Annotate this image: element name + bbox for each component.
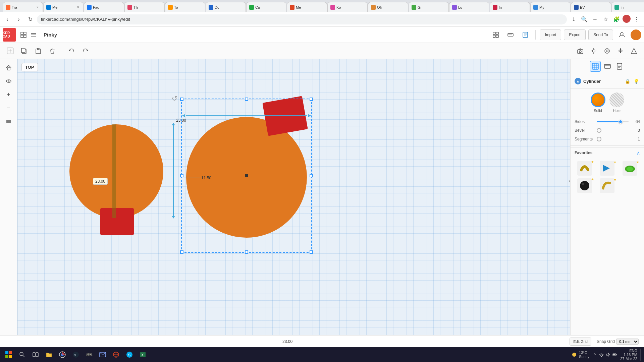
menu-icon[interactable]: ⋮	[632, 15, 641, 24]
tab-12[interactable]: Lo	[449, 2, 489, 12]
bevel-radio[interactable]	[597, 128, 601, 133]
camera-icon[interactable]	[574, 45, 586, 57]
tab-8[interactable]: Me	[287, 2, 327, 12]
main-area: + − TOP	[0, 59, 644, 335]
zoom-out-button[interactable]: −	[3, 102, 15, 114]
copy-button[interactable]	[18, 45, 30, 57]
zoom-in-button[interactable]: +	[3, 88, 15, 101]
snap-select[interactable]: 0.1 mm 0.5 mm 1 mm	[616, 339, 639, 345]
import-button[interactable]: Import	[540, 29, 561, 40]
list-view-button[interactable]	[29, 30, 38, 40]
bulb-icon[interactable]: 💡	[633, 77, 640, 85]
fav-item-2[interactable]: ★	[597, 161, 618, 176]
user-avatar[interactable]	[631, 29, 641, 40]
cylinder-left[interactable]	[69, 124, 163, 218]
account-icon[interactable]	[616, 29, 628, 41]
paste-button[interactable]	[32, 45, 44, 57]
browser-icon[interactable]	[110, 349, 122, 361]
task-view-icon[interactable]	[30, 349, 42, 361]
ruler-view-icon[interactable]	[602, 61, 613, 72]
solid-option[interactable]: Solid	[591, 93, 605, 113]
tab-11[interactable]: Gr	[409, 2, 449, 12]
extension-icon[interactable]: 🧩	[612, 15, 621, 24]
start-button[interactable]	[3, 349, 15, 361]
tab-5[interactable]: To	[165, 2, 205, 12]
material-select: Solid Hole	[571, 88, 644, 117]
layers-button[interactable]	[3, 115, 15, 127]
back-button[interactable]: ‹	[3, 15, 12, 24]
address-bar[interactable]: tinkercad.com/things/0f4pwCKALhV-pinky/e…	[37, 14, 567, 24]
panel-collapse-arrow[interactable]: ›	[569, 178, 570, 184]
tab-16[interactable]: In	[611, 2, 644, 12]
notes-icon[interactable]	[519, 29, 531, 41]
tab-15[interactable]: EV	[571, 2, 611, 12]
fav-item-3[interactable]: ★	[620, 161, 640, 176]
tab-4[interactable]: Th	[124, 2, 165, 12]
home-button[interactable]	[3, 62, 15, 74]
tab-6[interactable]: Dc	[206, 2, 246, 12]
shape-name: Cylinder	[583, 79, 622, 84]
show-desktop-button[interactable]	[640, 349, 641, 361]
forward-button[interactable]: ›	[14, 15, 23, 24]
new-shape-button[interactable]	[4, 45, 16, 57]
favorites-toggle[interactable]: ∧	[637, 150, 640, 156]
redo-button[interactable]	[79, 45, 92, 57]
tab-9[interactable]: Ko	[327, 2, 368, 12]
tab-1[interactable]: Tra ×	[3, 2, 43, 12]
fav-item-5[interactable]: ★	[597, 178, 618, 193]
align-icon[interactable]	[601, 45, 613, 57]
notes-view-icon[interactable]	[614, 61, 625, 72]
profile-icon[interactable]	[623, 15, 631, 23]
sides-thumb[interactable]	[619, 120, 623, 124]
tab-14[interactable]: My	[530, 2, 571, 12]
light-icon[interactable]	[588, 45, 600, 57]
refresh-button[interactable]: ↻	[25, 15, 35, 24]
canvas[interactable]: TOP 23.00	[17, 59, 570, 335]
file-explorer-icon[interactable]	[43, 349, 55, 361]
tab-label: Ofi	[377, 5, 405, 9]
tab-3[interactable]: Fac	[84, 2, 124, 12]
tray-network[interactable]	[599, 352, 604, 357]
grid-view-button[interactable]	[19, 30, 28, 40]
tab-7[interactable]: Cu	[246, 2, 286, 12]
perspective-view-icon[interactable]	[590, 61, 601, 72]
fav-item-1[interactable]: ★	[575, 161, 595, 176]
skype-icon[interactable]: S	[123, 349, 136, 361]
orbit-button[interactable]	[3, 75, 15, 87]
tray-chevron[interactable]: ^	[592, 352, 597, 357]
rulers-icon[interactable]	[504, 29, 517, 41]
tray-sound[interactable]	[605, 352, 611, 357]
tab-2[interactable]: Me ×	[43, 2, 84, 12]
fav-item-4[interactable]: ★	[575, 178, 595, 193]
steam-icon[interactable]: S	[70, 349, 82, 361]
mail-icon[interactable]	[97, 349, 109, 361]
excel-icon[interactable]: X	[137, 349, 149, 361]
tab-10[interactable]: Ofi	[368, 2, 408, 12]
red-rect-left[interactable]	[100, 208, 134, 235]
group-icon[interactable]	[628, 45, 640, 57]
mirror-icon[interactable]	[614, 45, 627, 57]
hole-option[interactable]: Hole	[609, 93, 624, 113]
segments-radio[interactable]	[597, 137, 601, 141]
rotate-handle[interactable]: ↺	[172, 95, 177, 103]
share-icon[interactable]: →	[590, 15, 600, 24]
lock-icon[interactable]: 🔒	[624, 77, 631, 85]
tab-13[interactable]: In	[490, 2, 530, 12]
zoom-icon[interactable]: 🔍	[580, 15, 589, 24]
tray-battery[interactable]	[612, 352, 618, 357]
edit-grid-button[interactable]: Edit Grid	[570, 338, 591, 346]
shapes-panel-icon[interactable]	[490, 29, 502, 41]
game-icon[interactable]	[83, 349, 95, 361]
tab-close[interactable]: ×	[35, 5, 40, 10]
delete-button[interactable]	[46, 45, 58, 57]
sides-slider[interactable]	[597, 121, 629, 122]
download-icon[interactable]: ⤓	[569, 15, 578, 24]
tab-close[interactable]: ×	[76, 5, 80, 10]
bookmark-icon[interactable]: ☆	[601, 15, 610, 24]
undo-button[interactable]	[65, 45, 77, 57]
export-button[interactable]: Export	[564, 29, 586, 40]
search-taskbar-icon[interactable]	[16, 349, 28, 361]
send-to-button[interactable]: Send To	[588, 29, 613, 40]
collapse-button[interactable]: ▲	[575, 78, 581, 84]
chrome-taskbar-icon[interactable]	[56, 349, 68, 361]
